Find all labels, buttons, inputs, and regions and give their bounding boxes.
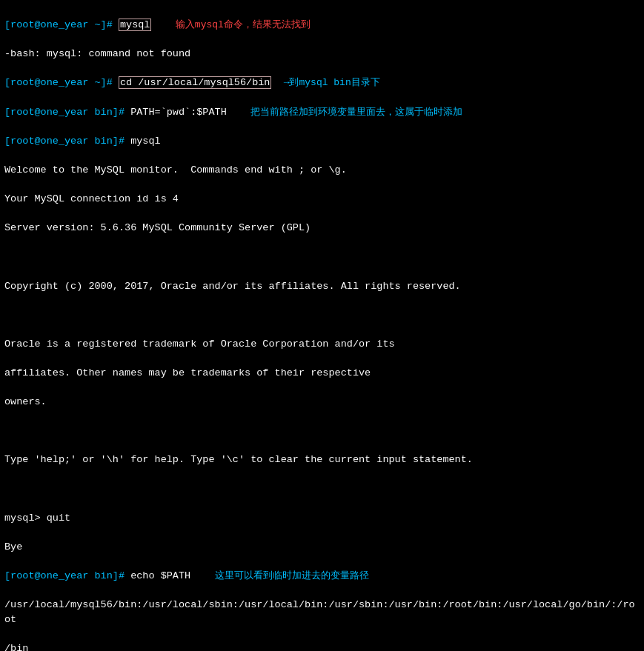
terminal-window[interactable]: [root@one_year ~]# mysql 输入mysql命令，结果无法找… [0, 0, 644, 651]
line-6: Welcome to the MySQL monitor. Commands e… [4, 163, 640, 178]
line-18: mysql> quit [4, 511, 640, 526]
line-2: -bash: mysql: command not found [4, 47, 640, 61]
line-1: [root@one_year ~]# mysql 输入mysql命令，结果无法找… [4, 18, 640, 33]
line-22: /bin [4, 641, 640, 651]
line-8: Server version: 5.6.36 MySQL Community S… [4, 221, 640, 236]
line-14: owners. [4, 395, 640, 410]
line-13: affiliates. Other names may be trademark… [4, 366, 640, 381]
line-20: [root@one_year bin]# echo $PATH 这里可以看到临时… [4, 569, 640, 584]
line-3: [root@one_year ~]# cd /usr/local/mysql56… [4, 76, 640, 90]
line-17 [4, 481, 640, 496]
line-19: Bye [4, 540, 640, 555]
line-12: Oracle is a registered trademark of Orac… [4, 337, 640, 352]
line-5: [root@one_year bin]# mysql [4, 134, 640, 149]
line-15 [4, 424, 640, 438]
line-21: /usr/local/mysql56/bin:/usr/local/sbin:/… [4, 598, 640, 627]
line-16: Type 'help;' or '\h' for help. Type '\c'… [4, 453, 640, 467]
line-11 [4, 308, 640, 323]
line-4: [root@one_year bin]# PATH=`pwd`:$PATH 把当… [4, 105, 640, 120]
line-9 [4, 250, 640, 264]
line-10: Copyright (c) 2000, 2017, Oracle and/or … [4, 279, 640, 294]
line-7: Your MySQL connection id is 4 [4, 192, 640, 207]
